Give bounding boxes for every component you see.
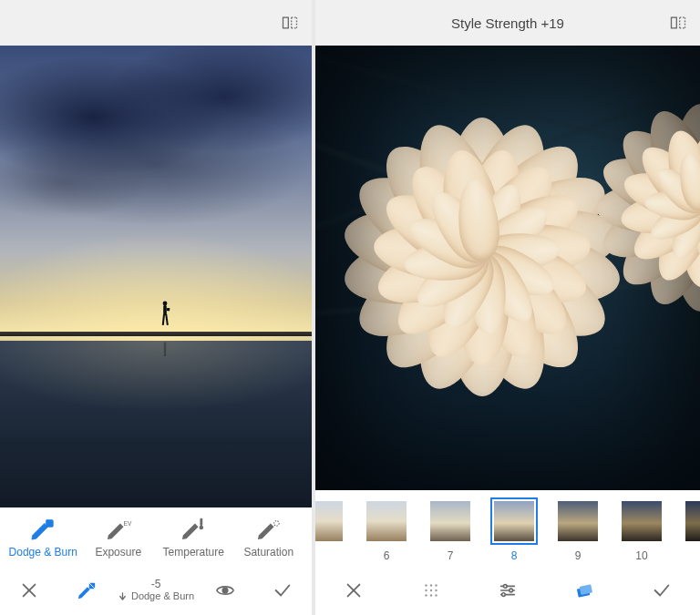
- svg-point-5: [163, 301, 168, 305]
- svg-point-38: [435, 594, 437, 596]
- filter-label: 6: [384, 549, 390, 562]
- mask-brush-button[interactable]: [57, 580, 115, 600]
- filter-9[interactable]: 9: [552, 497, 603, 562]
- right-action-row: [315, 564, 700, 615]
- slider-readout[interactable]: -5 Dodge & Burn: [116, 579, 197, 601]
- filter-partial[interactable]: [680, 497, 700, 549]
- filter-7[interactable]: 7: [425, 497, 476, 562]
- svg-point-36: [425, 594, 427, 596]
- svg-rect-11: [164, 348, 166, 354]
- svg-rect-7: [162, 314, 165, 325]
- right-topbar: Style Strength +19: [315, 0, 700, 46]
- svg-rect-13: [166, 342, 167, 348]
- svg-rect-8: [166, 314, 170, 325]
- svg-text:EV: EV: [123, 520, 131, 527]
- visibility-button[interactable]: [196, 580, 253, 600]
- filter-strip[interactable]: 6 7 8 9 10: [315, 490, 700, 564]
- filter-8[interactable]: 8: [489, 497, 540, 562]
- filter-label: 10: [635, 549, 647, 562]
- tool-label: Exposure: [95, 546, 141, 559]
- brush-dodge-burn-icon: [29, 517, 57, 540]
- left-topbar: [0, 0, 312, 46]
- flower-side: [618, 126, 700, 290]
- arrow-down-icon: [118, 591, 128, 601]
- svg-point-33: [425, 589, 427, 590]
- brush-temperature-icon: [180, 517, 207, 540]
- apply-button[interactable]: [254, 580, 312, 600]
- svg-rect-12: [164, 342, 165, 348]
- compare-icon[interactable]: [669, 14, 687, 32]
- adjust-button[interactable]: [469, 580, 546, 600]
- svg-rect-0: [283, 17, 289, 28]
- svg-point-35: [435, 589, 437, 590]
- svg-rect-6: [164, 305, 168, 315]
- compare-icon[interactable]: [281, 14, 299, 32]
- svg-point-34: [429, 589, 431, 590]
- slider-value: -5: [151, 579, 161, 590]
- filter-label: 9: [575, 549, 582, 562]
- svg-point-42: [503, 584, 507, 588]
- right-screen: Style Strength +19: [315, 0, 700, 615]
- filter-6[interactable]: 6: [361, 497, 412, 562]
- apply-button[interactable]: [623, 580, 700, 600]
- tool-row: Dodge & Burn EV Exposure Temperature Sat…: [0, 507, 312, 564]
- filter-label: 8: [511, 549, 518, 562]
- styles-button[interactable]: [546, 580, 623, 600]
- svg-point-32: [435, 584, 437, 586]
- left-screen: Dodge & Burn EV Exposure Temperature Sat…: [0, 0, 312, 615]
- cancel-button[interactable]: [315, 580, 392, 600]
- tool-exposure[interactable]: EV Exposure: [81, 517, 157, 559]
- svg-point-43: [510, 589, 513, 592]
- svg-rect-16: [201, 518, 203, 526]
- brush-exposure-icon: EV: [105, 517, 132, 540]
- svg-point-10: [164, 354, 167, 356]
- tool-label: Temperature: [163, 546, 224, 559]
- right-image-canvas[interactable]: [315, 46, 700, 490]
- svg-point-22: [222, 588, 228, 593]
- svg-point-30: [425, 584, 427, 586]
- svg-point-18: [273, 521, 279, 527]
- svg-point-17: [200, 526, 203, 529]
- tool-label: Dodge & Burn: [9, 546, 77, 559]
- person-silhouette: [159, 300, 171, 331]
- tool-saturation[interactable]: Saturation: [232, 517, 307, 559]
- cancel-button[interactable]: [0, 580, 57, 600]
- tool-temperature[interactable]: Temperature: [156, 517, 232, 559]
- svg-point-37: [429, 594, 431, 596]
- svg-point-44: [502, 592, 506, 596]
- filter-label: 7: [448, 549, 454, 562]
- tool-dodge-burn[interactable]: Dodge & Burn: [5, 517, 81, 559]
- photo-beach-silhouette: [0, 46, 312, 507]
- style-strength-label: Style Strength +19: [315, 15, 700, 31]
- flower-main: [377, 152, 587, 362]
- brush-saturation-icon: [255, 517, 283, 540]
- left-action-row: -5 Dodge & Burn: [0, 564, 312, 615]
- svg-rect-46: [580, 584, 592, 595]
- tool-label: Saturation: [243, 546, 293, 559]
- slider-label: Dodge & Burn: [131, 590, 194, 601]
- svg-point-31: [429, 584, 431, 586]
- texture-button[interactable]: [392, 580, 468, 600]
- filter-partial[interactable]: [315, 497, 348, 549]
- photo-dahlia-flower: [315, 46, 700, 490]
- filter-10[interactable]: 10: [616, 497, 667, 562]
- svg-rect-23: [672, 17, 677, 28]
- left-image-canvas[interactable]: [0, 46, 312, 507]
- svg-rect-9: [167, 308, 170, 311]
